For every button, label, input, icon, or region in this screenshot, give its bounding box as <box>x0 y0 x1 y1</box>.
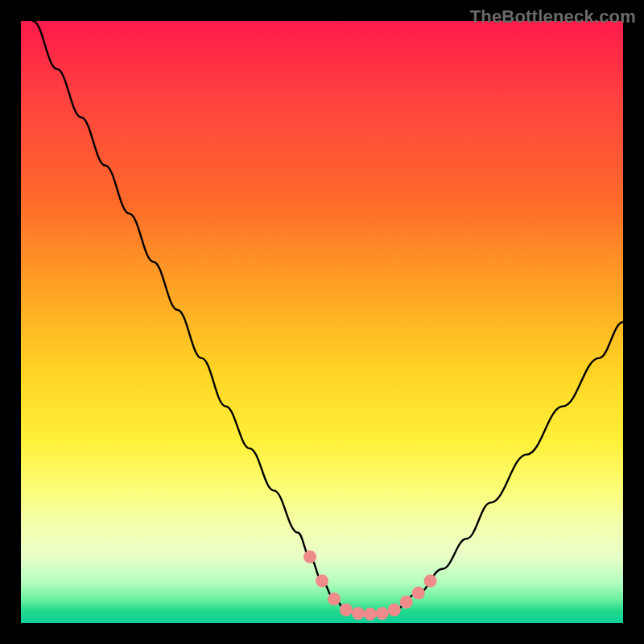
watermark-text: TheBottleneck.com <box>470 6 636 27</box>
highlight-dot <box>388 604 401 617</box>
highlight-dot <box>303 551 316 564</box>
chart-container: TheBottleneck.com <box>0 0 644 644</box>
highlight-dot <box>316 575 328 588</box>
highlight-dot <box>328 592 341 605</box>
highlight-dot <box>352 607 365 620</box>
highlight-dot <box>400 596 413 609</box>
highlight-dot <box>340 604 353 617</box>
highlight-dot <box>412 587 425 600</box>
highlight-dots-group <box>303 551 437 621</box>
highlight-dot <box>376 607 389 620</box>
highlight-dot <box>364 608 377 621</box>
plot-area <box>21 21 623 623</box>
curve-layer <box>21 21 623 623</box>
bottleneck-curve <box>33 21 623 614</box>
highlight-dot <box>424 575 437 588</box>
